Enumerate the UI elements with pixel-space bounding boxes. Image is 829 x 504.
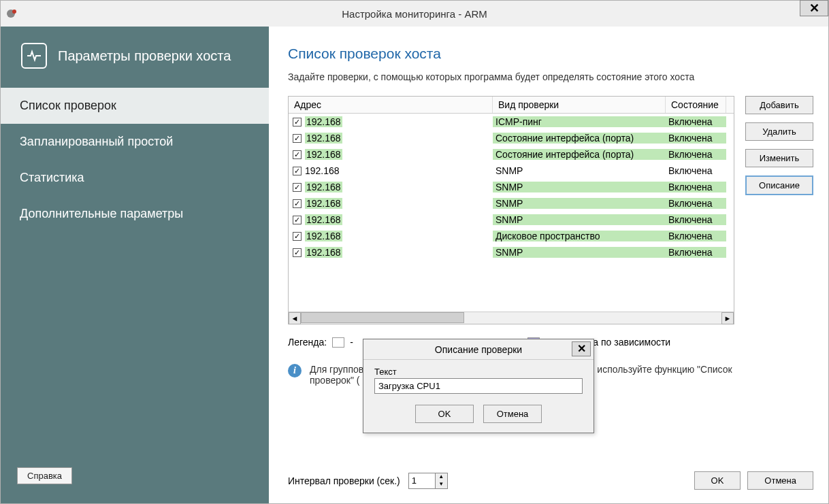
page-description: Задайте проверки, с помощью которых прог… xyxy=(288,71,813,82)
row-type: Дисковое пространство xyxy=(493,231,666,241)
row-type: SNMP xyxy=(493,198,666,209)
dialog-text-input[interactable] xyxy=(374,378,583,394)
edit-button[interactable]: Изменить xyxy=(745,149,813,167)
row-checkbox[interactable]: ✓ xyxy=(293,118,302,127)
col-header-type[interactable]: Вид проверки xyxy=(493,97,666,113)
row-state: Включена xyxy=(666,165,726,176)
ok-button[interactable]: OK xyxy=(694,471,741,490)
window-close-button[interactable]: ✕ xyxy=(800,0,828,16)
dialog-title: Описание проверки xyxy=(435,344,522,355)
row-address: 192.168 xyxy=(305,231,342,241)
row-checkbox[interactable]: ✓ xyxy=(293,199,302,208)
add-button[interactable]: Добавить xyxy=(745,96,813,114)
interval-label: Интервал проверки (сек.) xyxy=(288,475,400,486)
row-state: Включена xyxy=(666,149,726,160)
app-icon xyxy=(6,7,18,20)
dialog-close-button[interactable]: ✕ xyxy=(572,341,591,356)
row-address: 192.168 xyxy=(305,133,342,144)
row-state: Включена xyxy=(666,133,726,144)
row-checkbox[interactable]: ✓ xyxy=(293,150,302,159)
row-type: SNMP xyxy=(493,247,666,258)
delete-button[interactable]: Удалить xyxy=(745,122,813,141)
row-type: ICMP-пинг xyxy=(493,116,666,127)
col-header-address[interactable]: Адрес xyxy=(289,97,493,113)
table-row[interactable]: ✓192.168Состояние интерфейса (порта)Вклю… xyxy=(289,130,734,146)
sidebar-header: Параметры проверки хоста xyxy=(1,27,269,88)
row-type: SNMP xyxy=(493,182,666,192)
row-state: Включена xyxy=(666,182,726,192)
dialog-cancel-button[interactable]: Отмена xyxy=(483,405,542,423)
row-type: Состояние интерфейса (порта) xyxy=(493,133,666,144)
row-state: Включена xyxy=(666,116,726,127)
interval-input[interactable] xyxy=(409,473,435,488)
spinner-up-icon[interactable]: ▲ xyxy=(436,473,447,481)
row-type: SNMP xyxy=(493,214,666,225)
info-icon: i xyxy=(288,364,302,377)
interval-spinner[interactable]: ▲ ▼ xyxy=(408,473,448,489)
sidebar-item-3[interactable]: Дополнительные параметры xyxy=(1,196,269,232)
scroll-thumb[interactable] xyxy=(301,312,464,323)
row-address: 192.168 xyxy=(305,214,342,225)
window-title: Настройка мониторинга - ARM xyxy=(1,8,828,20)
row-state: Включена xyxy=(666,231,726,241)
row-address: 192.168 xyxy=(305,149,342,160)
scroll-left-icon[interactable]: ◄ xyxy=(289,312,301,324)
sidebar-item-1[interactable]: Запланированный простой xyxy=(1,124,269,160)
main-window: Настройка мониторинга - ARM ✕ Параметры … xyxy=(0,0,829,504)
row-address: 192.168 xyxy=(305,165,340,176)
dialog-text-label: Текст xyxy=(374,367,583,377)
checks-table[interactable]: Адрес Вид проверки Состояние ✓192.168ICM… xyxy=(288,96,734,324)
monitor-icon xyxy=(21,43,47,69)
description-dialog[interactable]: Описание проверки ✕ Текст OK Отмена xyxy=(363,339,594,433)
table-row[interactable]: ✓192.168SNMPВключена xyxy=(289,244,734,261)
row-state: Включена xyxy=(666,198,726,209)
row-checkbox[interactable]: ✓ xyxy=(293,167,302,175)
table-row[interactable]: ✓192.168SNMPВключена xyxy=(289,163,734,179)
dialog-ok-button[interactable]: OK xyxy=(415,405,474,423)
table-header: Адрес Вид проверки Состояние xyxy=(289,97,734,114)
scroll-right-icon[interactable]: ► xyxy=(721,312,734,324)
table-row[interactable]: ✓192.168SNMPВключена xyxy=(289,195,734,212)
svg-point-1 xyxy=(12,10,16,14)
row-address: 192.168 xyxy=(305,116,342,127)
row-state: Включена xyxy=(666,247,726,258)
spinner-down-icon[interactable]: ▼ xyxy=(436,481,447,488)
table-row[interactable]: ✓192.168SNMPВключена xyxy=(289,179,734,195)
page-title: Список проверок хоста xyxy=(288,46,813,62)
row-address: 192.168 xyxy=(305,182,342,192)
description-button[interactable]: Описание xyxy=(745,175,813,195)
row-checkbox[interactable]: ✓ xyxy=(293,248,302,257)
cancel-button[interactable]: Отмена xyxy=(747,471,813,490)
table-row[interactable]: ✓192.168Состояние интерфейса (порта)Вклю… xyxy=(289,146,734,163)
row-checkbox[interactable]: ✓ xyxy=(293,134,302,143)
row-type: Состояние интерфейса (порта) xyxy=(493,149,666,160)
table-row[interactable]: ✓192.168Дисковое пространствоВключена xyxy=(289,228,734,244)
sidebar-item-2[interactable]: Статистика xyxy=(1,160,269,196)
row-checkbox[interactable]: ✓ xyxy=(293,232,302,241)
legend-dash: - xyxy=(350,337,353,348)
row-state: Включена xyxy=(666,214,726,225)
help-button[interactable]: Справка xyxy=(17,467,72,484)
table-row[interactable]: ✓192.168ICMP-пингВключена xyxy=(289,114,734,130)
horizontal-scrollbar[interactable]: ◄ ► xyxy=(289,312,734,324)
table-row[interactable]: ✓192.168SNMPВключена xyxy=(289,212,734,228)
legend-swatch-1 xyxy=(332,337,344,348)
titlebar[interactable]: Настройка мониторинга - ARM ✕ xyxy=(1,1,828,27)
row-address: 192.168 xyxy=(305,198,342,209)
dialog-titlebar[interactable]: Описание проверки ✕ xyxy=(363,339,594,360)
row-address: 192.168 xyxy=(305,247,342,258)
row-type: SNMP xyxy=(493,165,666,176)
sidebar: Параметры проверки хоста Список проверок… xyxy=(1,27,269,503)
col-header-state[interactable]: Состояние xyxy=(666,97,726,113)
legend-label: Легенда: xyxy=(288,337,327,348)
row-checkbox[interactable]: ✓ xyxy=(293,216,302,224)
sidebar-item-0[interactable]: Список проверок xyxy=(1,88,269,124)
sidebar-title: Параметры проверки хоста xyxy=(58,48,231,64)
row-checkbox[interactable]: ✓ xyxy=(293,183,302,192)
